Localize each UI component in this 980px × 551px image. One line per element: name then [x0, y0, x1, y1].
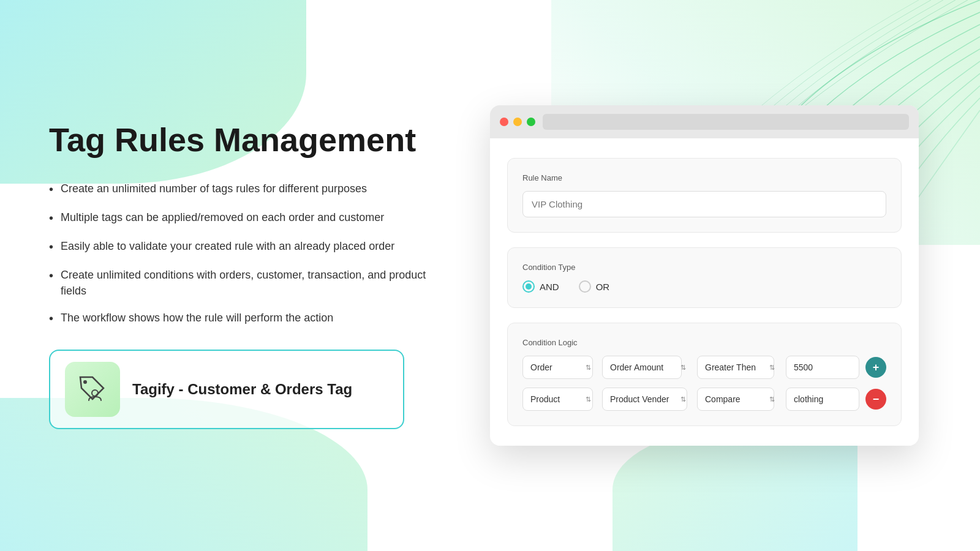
rule-name-input[interactable] [522, 191, 886, 217]
feature-item-5: The workflow shows how the rule will per… [49, 310, 429, 328]
browser-dots [500, 118, 535, 126]
condition-logic-section: Condition Logic Order Product Customer T… [507, 323, 902, 426]
add-condition-button[interactable]: + [865, 357, 886, 378]
field-2-condition-wrap: Product Vender Product Name Product Type [602, 388, 691, 411]
condition-rows: Order Product Customer Transaction Order… [522, 356, 886, 411]
radio-and[interactable]: AND [522, 280, 559, 293]
field-2-order-select[interactable]: Product Order Customer Transaction [522, 388, 593, 411]
field-1-order-select[interactable]: Order Product Customer Transaction [522, 356, 593, 379]
app-name: Tagify - Customer & Orders Tag [132, 381, 352, 398]
feature-item-3: Easily able to validate your created rul… [49, 238, 429, 256]
field-2-order-wrap: Product Order Customer Transaction [522, 388, 596, 411]
feature-item-1: Create an unlimited number of tags rules… [49, 181, 429, 198]
svg-point-1 [92, 390, 98, 396]
field-1-operator-wrap: Greater Then Less Then Equal Compare [697, 356, 780, 379]
browser-toolbar [490, 105, 919, 138]
feature-item-2: Multiple tags can be applied/removed on … [49, 209, 429, 227]
field-1-operator-select[interactable]: Greater Then Less Then Equal Compare [697, 356, 774, 379]
radio-or-circle [579, 280, 591, 293]
condition-type-section: Condition Type AND OR [507, 247, 902, 308]
field-1-condition-select[interactable]: Order Amount Order Count [602, 356, 682, 379]
condition-type-label: Condition Type [522, 263, 886, 272]
field-2-condition-select[interactable]: Product Vender Product Name Product Type [602, 388, 687, 411]
app-card: Tagify - Customer & Orders Tag [49, 350, 404, 429]
rule-name-label: Rule Name [522, 173, 886, 182]
field-2-operator-select[interactable]: Compare Greater Then Less Then Equal [697, 388, 774, 411]
field-2-operator-wrap: Compare Greater Then Less Then Equal [697, 388, 780, 411]
dot-green[interactable] [527, 118, 535, 126]
feature-list: Create an unlimited number of tags rules… [49, 181, 429, 328]
app-icon [65, 362, 120, 417]
field-1-condition-wrap: Order Amount Order Count [602, 356, 691, 379]
radio-and-circle [522, 280, 535, 293]
page-title: Tag Rules Management [49, 122, 429, 158]
field-1-value-input[interactable] [786, 356, 859, 379]
remove-condition-button[interactable]: − [865, 389, 886, 410]
radio-and-label: AND [540, 282, 559, 292]
radio-or[interactable]: OR [579, 280, 610, 293]
dot-red[interactable] [500, 118, 508, 126]
dot-yellow[interactable] [513, 118, 522, 126]
right-panel: Rule Name Condition Type AND OR [478, 105, 931, 446]
rule-name-section: Rule Name [507, 158, 902, 233]
left-panel: Tag Rules Management Create an unlimited… [49, 122, 429, 429]
field-1-order-wrap: Order Product Customer Transaction [522, 356, 596, 379]
condition-row-1: Order Product Customer Transaction Order… [522, 356, 886, 379]
condition-logic-label: Condition Logic [522, 338, 886, 347]
browser-window: Rule Name Condition Type AND OR [490, 105, 919, 446]
field-2-value-input[interactable] [786, 388, 859, 411]
feature-item-4: Create unlimited conditions with orders,… [49, 267, 429, 299]
browser-content: Rule Name Condition Type AND OR [490, 138, 919, 446]
radio-or-label: OR [596, 282, 610, 292]
condition-row-2: Product Order Customer Transaction Produ… [522, 388, 886, 411]
radio-group: AND OR [522, 280, 886, 293]
browser-address-bar[interactable] [543, 114, 909, 130]
svg-point-0 [83, 380, 87, 384]
